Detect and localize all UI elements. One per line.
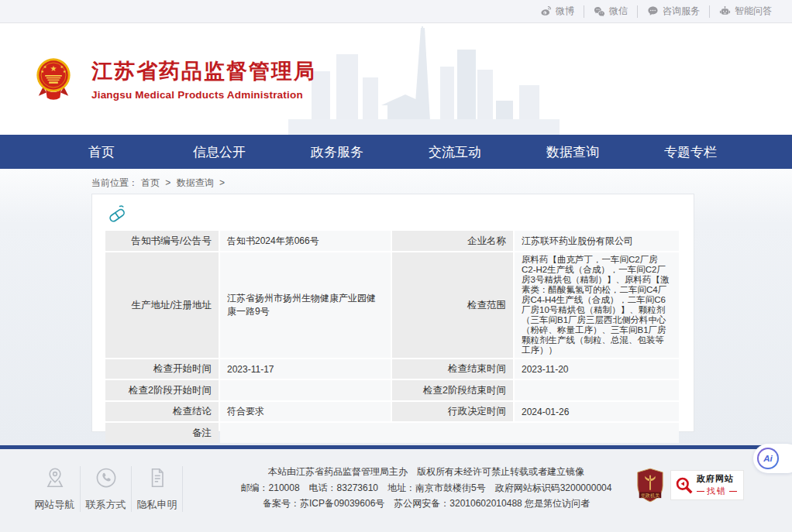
scope-value: 原料药【曲克芦丁，一车间C2厂房C2-H2生产线（合成），一车间C2厂房3号精烘… — [515, 252, 679, 358]
company-label: 企业名称 — [392, 231, 513, 251]
conclusion-value: 符合要求 — [220, 402, 391, 421]
footer-link-privacy[interactable]: 隐私申明 — [132, 466, 183, 512]
brand-text: 江苏省药品监督管理局 Jiangsu Medical Products Admi… — [91, 57, 316, 101]
decision-time-value: 2024-01-26 — [515, 402, 679, 421]
footer-link-label: 网站导航 — [33, 498, 77, 512]
topbar-link-label: 智能问答 — [735, 5, 772, 18]
conclusion-label: 检查结论 — [105, 402, 219, 421]
brand: ★ ★ ★ ★ ★ 江苏省药品监督管理局 Jiangsu Medical Pro… — [34, 55, 316, 103]
dash-decor — [697, 491, 704, 492]
page: 微博 微信 咨询服务 — [0, 0, 792, 532]
breadcrumb-section[interactable]: 数据查询 — [177, 177, 214, 188]
footer-badges: 党政机关 政府网站 找错 — [635, 468, 744, 503]
site-subtitle: Jiangsu Medical Products Administration — [91, 89, 316, 101]
ai-ring: Ai — [757, 448, 779, 469]
content-area: 当前位置：首页 > 数据查询 > 告知书编号/公告号 告知书2024年第066号… — [0, 169, 792, 445]
breadcrumb-separator: > — [219, 177, 225, 188]
privacy-icon — [146, 466, 169, 489]
svg-text:★: ★ — [60, 64, 64, 69]
end-time-label: 检查结束时间 — [392, 359, 513, 379]
breadcrumb: 当前位置：首页 > 数据查询 > — [91, 177, 228, 190]
remark-label: 备注 — [105, 423, 219, 443]
topbar: 微博 微信 咨询服务 — [0, 0, 792, 23]
decision-time-label: 行政决定时间 — [392, 402, 513, 421]
nav-item-data-query[interactable]: 数据查询 — [514, 143, 632, 161]
topbar-link-label: 微博 — [556, 5, 574, 18]
footer-link-contact[interactable]: 联系方式 — [81, 466, 132, 512]
error-badge-text: 政府网站 找错 — [697, 473, 737, 497]
robot-icon — [719, 5, 731, 17]
footer-link-label: 联系方式 — [84, 498, 128, 512]
gov-shield-badge[interactable]: 党政机关 — [635, 468, 665, 503]
topbar-link-label: 微信 — [609, 5, 628, 18]
address-value: 江苏省扬州市扬州生物健康产业园健康一路9号 — [220, 252, 391, 358]
scope-label: 检查范围 — [392, 252, 513, 358]
nav-item-special[interactable]: 专题专栏 — [632, 143, 749, 161]
nav-item-services[interactable]: 政务服务 — [278, 143, 396, 161]
ai-assistant-button[interactable]: Ai — [753, 444, 792, 473]
topbar-link-qa[interactable]: 智能问答 — [709, 5, 781, 18]
stage2-start-label: 检查2阶段开始时间 — [105, 380, 219, 400]
stage2-end-value — [515, 380, 679, 400]
record-panel: 告知书编号/公告号 告知书2024年第066号 企业名称 江苏联环药业股份有限公… — [91, 194, 694, 432]
national-emblem-logo: ★ ★ ★ ★ ★ — [34, 55, 73, 103]
footer-link-sitemap[interactable]: 网站导航 — [29, 466, 81, 512]
site-header: ★ ★ ★ ★ ★ 江苏省药品监督管理局 Jiangsu Medical Pro… — [0, 24, 792, 135]
breadcrumb-separator: > — [165, 177, 170, 188]
site-title: 江苏省药品监督管理局 — [91, 57, 316, 85]
footer-text: 本站由江苏省药品监督管理局主办 版权所有未经许可禁止转载或者建立镜像 邮编：21… — [225, 464, 628, 512]
magnifier-icon — [675, 476, 694, 495]
error-badge-title: 政府网站 — [697, 473, 737, 485]
remark-value — [220, 423, 679, 443]
chat-icon — [647, 5, 659, 17]
footer-link-label: 隐私申明 — [135, 498, 179, 512]
company-value: 江苏联环药业股份有限公司 — [515, 231, 679, 251]
svg-text:★: ★ — [41, 70, 45, 74]
city-skyline-watermark — [288, 26, 560, 135]
notice-no-label: 告知书编号/公告号 — [105, 231, 219, 251]
phone-icon — [95, 466, 118, 489]
address-label: 生产地址/注册地址 — [105, 252, 219, 358]
stage2-end-label: 检查2阶段结束时间 — [392, 380, 513, 400]
footer: Ai 网站导航 联系方式 — [0, 445, 792, 532]
svg-text:★: ★ — [50, 64, 57, 73]
error-badge-action: 找错 — [707, 486, 727, 497]
main-nav: 首页 信息公开 政务服务 交流互动 数据查询 专题专栏 — [0, 135, 792, 169]
breadcrumb-home[interactable]: 首页 — [141, 177, 160, 188]
topbar-link-label: 咨询服务 — [663, 5, 700, 18]
stage2-start-value — [220, 380, 391, 400]
start-time-value: 2023-11-17 — [220, 359, 391, 379]
map-pin-icon — [43, 466, 67, 489]
nav-item-home[interactable]: 首页 — [43, 143, 160, 161]
nav-item-info[interactable]: 信息公开 — [160, 143, 278, 161]
pill-icon — [106, 203, 128, 225]
notice-no-value: 告知书2024年第066号 — [220, 231, 391, 251]
weibo-icon — [540, 5, 552, 17]
svg-text:★: ★ — [43, 64, 47, 69]
footer-line-contact: 邮编：210008 电话：83273610 地址：南京市鼓楼街5号 政府网站标识… — [225, 480, 628, 496]
topbar-link-wechat[interactable]: 微信 — [584, 5, 637, 18]
start-time-label: 检查开始时间 — [105, 359, 219, 379]
end-time-value: 2023-11-20 — [515, 359, 679, 379]
topbar-link-weibo[interactable]: 微博 — [531, 5, 584, 18]
footer-line-icp: 备案号：苏ICP备09039606号 苏公网安备：32010602010488 … — [225, 496, 628, 512]
inspection-detail-table: 告知书编号/公告号 告知书2024年第066号 企业名称 江苏联环药业股份有限公… — [104, 229, 680, 444]
error-report-badge[interactable]: 政府网站 找错 — [670, 470, 744, 500]
wechat-icon — [594, 5, 605, 17]
breadcrumb-prefix: 当前位置： — [91, 177, 138, 188]
svg-text:★: ★ — [63, 70, 67, 74]
footer-quick-links: 网站导航 联系方式 隐私申明 — [29, 466, 183, 512]
error-badge-action-row: 找错 — [697, 486, 737, 497]
ai-icon: Ai — [759, 449, 777, 468]
dash-decor — [729, 491, 737, 492]
topbar-link-consult[interactable]: 咨询服务 — [637, 5, 709, 18]
footer-line-host: 本站由江苏省药品监督管理局主办 版权所有未经许可禁止转载或者建立镜像 — [225, 464, 628, 480]
shield-badge-text: 党政机关 — [641, 493, 660, 499]
nav-item-interaction[interactable]: 交流互动 — [396, 143, 514, 161]
